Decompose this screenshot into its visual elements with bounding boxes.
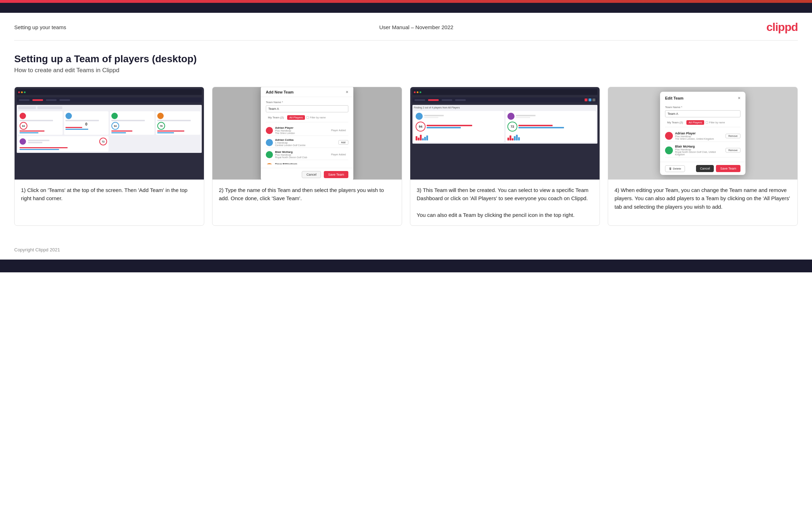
player-sub-3: Plus HandicapRoyal North Devon Golf Club [275, 154, 326, 159]
page-title: Setting up a Team of players (desktop) [14, 53, 798, 65]
edit-modal-title: Edit Team [665, 96, 684, 100]
filter-by-name[interactable]: Filter by name [306, 116, 326, 119]
player-name-3: Blair McHarg [275, 150, 326, 154]
player-status-1: Player Added [328, 128, 348, 132]
trash-icon: 🗑 [669, 167, 672, 170]
add-new-team-modal: Add New Team × Team Name * My Team (2) A… [261, 87, 353, 180]
page-footer: Copyright Clippd 2021 [0, 244, 812, 260]
page-content: Setting up a Team of players (desktop) H… [0, 41, 812, 244]
screenshot-4: Edit Team × Team Name * My Team (2) All … [608, 87, 797, 180]
copyright-text: Copyright Clippd 2021 [14, 247, 60, 252]
cancel-button[interactable]: Cancel [302, 171, 321, 178]
team-name-input[interactable] [266, 105, 348, 112]
tab-my-team[interactable]: My Team (2) [266, 115, 286, 120]
modal-close-icon[interactable]: × [346, 89, 348, 95]
edit-player-name-1: Adrian Player [675, 132, 723, 135]
edit-footer-right: Cancel Save Team [696, 165, 740, 172]
edit-tab-all-players[interactable]: All Players [686, 120, 704, 125]
edit-player-info-1: Adrian Player Plus HandicapThe Shire Lon… [675, 132, 723, 140]
player-name-4: Dave Billingham [275, 162, 336, 164]
edit-modal-body: Team Name * My Team (2) All Players Filt… [660, 103, 745, 160]
player-row-3: Blair McHarg Plus HandicapRoyal North De… [266, 149, 348, 160]
card-1-text: 1) Click on 'Teams' at the top of the sc… [15, 180, 204, 225]
player-row-2: Adrian Coliba 1 HandicapCentral London G… [266, 137, 348, 148]
player-name-1: Adrian Player [275, 126, 326, 129]
modal-footer: Cancel Save Team [261, 168, 353, 180]
player-sub-2: 1 HandicapCentral London Golf Centre [275, 142, 336, 146]
player-info-2: Adrian Coliba 1 HandicapCentral London G… [275, 138, 336, 146]
edit-player-row-2: Blair McHarg Plus HandicapRoyal North De… [665, 143, 740, 158]
card-2: Add New Team × Team Name * My Team (2) A… [212, 87, 402, 226]
header-manual-title: User Manual – November 2022 [379, 24, 453, 30]
card-4: Edit Team × Team Name * My Team (2) All … [608, 87, 798, 226]
player-avatar-1 [266, 127, 273, 134]
header: Setting up your teams User Manual – Nove… [0, 13, 812, 40]
tab-all-players[interactable]: All Players [287, 115, 305, 120]
screenshot-3: Finding 2 out of 4 players from All Play… [410, 87, 600, 180]
player-row-4: Dave Billingham 3.5 HandicapThe Dog Mago… [266, 161, 348, 164]
player-row-1: Adrian Player Plus HandicapThe Shire Lon… [266, 125, 348, 136]
edit-save-team-button[interactable]: Save Team [716, 165, 740, 172]
edit-modal-footer: 🗑 Delete Cancel Save Team [660, 162, 745, 175]
edit-team-name-input[interactable] [665, 110, 740, 117]
top-bar [0, 0, 812, 13]
card-2-text: 2) Type the name of this Team and then s… [212, 180, 402, 225]
edit-filter-by-name[interactable]: Filter by name [706, 121, 725, 124]
edit-player-avatar-1 [665, 132, 673, 140]
edit-modal-close-icon[interactable]: × [738, 95, 740, 101]
player-avatar-4 [266, 163, 273, 165]
edit-team-modal: Edit Team × Team Name * My Team (2) All … [660, 92, 745, 175]
player-avatar-2 [266, 139, 273, 146]
edit-player-list: Adrian Player Plus HandicapThe Shire Lon… [665, 130, 740, 158]
edit-player-avatar-2 [665, 146, 673, 154]
player-info-4: Dave Billingham 3.5 HandicapThe Dog Mago… [275, 162, 336, 164]
card-1: 84 0 [14, 87, 204, 226]
edit-player-sub-1: Plus HandicapThe Shire London, United Ki… [675, 135, 723, 140]
player-avatar-3 [266, 151, 273, 158]
player-sub-1: Plus HandicapThe Shire London [275, 129, 326, 134]
edit-player-info-2: Blair McHarg Plus HandicapRoyal North De… [675, 145, 723, 156]
player-list: Adrian Player Plus HandicapThe Shire Lon… [266, 125, 348, 164]
edit-player-name-2: Blair McHarg [675, 145, 723, 148]
team-name-label: Team Name * [266, 101, 348, 104]
edit-team-name-label: Team Name * [665, 106, 740, 109]
player-info-3: Blair McHarg Plus HandicapRoyal North De… [275, 150, 326, 159]
remove-player-2-button[interactable]: Remove [726, 148, 740, 153]
page-subtitle: How to create and edit Teams in Clippd [14, 67, 798, 74]
save-team-button[interactable]: Save Team [324, 171, 348, 178]
player-status-3: Player Added [328, 153, 348, 156]
cards-row: 84 0 [14, 87, 798, 226]
edit-player-row-1: Adrian Player Plus HandicapThe Shire Lon… [665, 130, 740, 142]
clippd-logo: clippd [766, 21, 798, 34]
edit-modal-tabs: My Team (2) All Players Filter by name [665, 120, 740, 127]
modal-header: Add New Team × [261, 87, 353, 97]
header-section-label: Setting up your teams [14, 24, 66, 30]
screenshot-2: Add New Team × Team Name * My Team (2) A… [212, 87, 402, 180]
card-4-text: 4) When editing your Team, you can chang… [608, 180, 797, 225]
screenshot-1: 84 0 [15, 87, 204, 180]
add-player-2-button[interactable]: Add [338, 140, 348, 145]
top-bar-accent [0, 0, 812, 3]
modal-body: Team Name * My Team (2) All Players Filt… [261, 97, 353, 168]
edit-cancel-button[interactable]: Cancel [696, 165, 714, 172]
modal-tabs: My Team (2) All Players Filter by name [266, 115, 348, 122]
bottom-bar [0, 260, 812, 272]
edit-player-sub-2: Plus HandicapRoyal North Devon Golf Club… [675, 148, 723, 156]
player-info-1: Adrian Player Plus HandicapThe Shire Lon… [275, 126, 326, 134]
delete-button[interactable]: 🗑 Delete [665, 165, 685, 172]
card-3-text: 3) This Team will then be created. You c… [410, 180, 600, 225]
edit-modal-header: Edit Team × [660, 92, 745, 103]
edit-tab-my-team[interactable]: My Team (2) [665, 120, 685, 125]
player-name-2: Adrian Coliba [275, 138, 336, 142]
modal-title: Add New Team [266, 90, 294, 94]
remove-player-1-button[interactable]: Remove [726, 134, 740, 138]
card-3: Finding 2 out of 4 players from All Play… [410, 87, 600, 226]
